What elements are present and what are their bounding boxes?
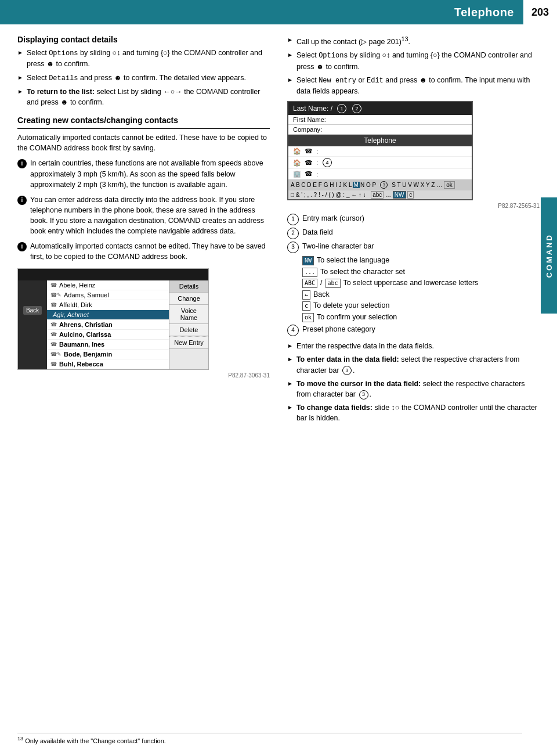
intro-para: Automatically imported contacts cannot b… <box>17 132 270 153</box>
bullet-arrow: ► <box>287 380 293 388</box>
bullet-item: ► Select Options by sliding ○↕ and turni… <box>17 48 270 70</box>
circle-2: 2 <box>352 104 361 113</box>
contact-icon: ☎✎ <box>50 351 62 357</box>
bullet-item: ► Call up the contact (▷ page 201)13. <box>287 35 540 47</box>
bullet-item: ► Select Options by sliding ○↕ and turni… <box>287 50 540 72</box>
abc-icon: ABC <box>302 279 317 288</box>
delete-option[interactable]: Delete <box>169 324 208 336</box>
char-bar-1: A B C D E F G H I J K L M N O P 3 S T U … <box>288 179 472 190</box>
dots-label: To select the character set <box>320 267 405 278</box>
contact-name: Baumann, Ines <box>59 341 104 348</box>
circle-4: 4 <box>323 158 332 167</box>
list-item[interactable]: ☎ Baumann, Ines <box>47 340 169 350</box>
c-icon: c <box>302 301 310 311</box>
legend-item-3: 3 Two-line character bar <box>287 242 540 253</box>
info-icon: i <box>17 242 27 251</box>
bullet-text-tochange: To change data fields: slide ↕○ the COMA… <box>296 402 540 423</box>
c-box: c <box>407 191 414 199</box>
back-label: Back <box>313 290 330 300</box>
bullet-item-toenter: ► To enter data in the data field: selec… <box>287 354 540 375</box>
char-letters3: S T U V W X Y Z … <box>392 182 442 188</box>
list-item[interactable]: ☎ Aulcino, Clarissa <box>47 330 169 340</box>
footnote-text: Only available with the "Change contact"… <box>25 737 166 744</box>
back-button[interactable]: Back <box>23 306 42 315</box>
sub-legend-c: c To delete your selection <box>302 301 540 311</box>
ref-circle-3b: 3 <box>359 390 368 399</box>
change-option[interactable]: Change <box>169 293 208 305</box>
bullet-text-enter: Enter the respective data in the data fi… <box>296 341 434 351</box>
bullet-item: ► To return to the list: select List by … <box>17 87 270 107</box>
contact-name: Aulcino, Clarissa <box>59 331 111 338</box>
legend-item-2: 2 Data field <box>287 228 540 239</box>
abc-label: To select uppercase and lowercase letter… <box>343 278 479 289</box>
list-item[interactable]: ☎✎ Adams, Samuel <box>47 290 169 300</box>
legend-num-3: 3 <box>287 242 299 253</box>
sub-legend: NW To select the language ... To select … <box>302 255 540 322</box>
contact-list: Back ☎ Abele, Heinz ☎✎ Adams, Samuel ☎ A… <box>17 268 209 370</box>
bullet-item-tomove: ► To move the cursor in the data field: … <box>287 379 540 399</box>
legend-text-3: Two-line character bar <box>302 242 374 252</box>
sub-legend-dots: ... To select the character set <box>302 267 540 278</box>
info-block2: i You can enter address data directly in… <box>17 195 270 237</box>
list-item[interactable]: ☎ Ahrens, Christian <box>47 320 169 330</box>
list-item-highlighted[interactable]: Agir, Achmet <box>47 310 169 320</box>
phone-row-2: 🏠 ☎ : 4 <box>288 157 472 169</box>
voice-name-option[interactable]: Voice Name <box>169 305 208 324</box>
bullet-arrow: ► <box>287 355 293 364</box>
contact-name: Affeldt, Dirk <box>59 301 92 308</box>
slash-label: / <box>320 278 322 289</box>
list-item[interactable]: ☎ Affeldt, Dirk <box>47 300 169 310</box>
contact-icon: ☎ <box>50 282 57 288</box>
legend-text-1: Entry mark (cursor) <box>302 214 364 224</box>
sub-legend-abc: ABC / abc To select uppercase and lowerc… <box>302 278 540 289</box>
bullet-arrow: ► <box>17 74 23 82</box>
page-number: 203 <box>523 0 557 24</box>
phone-row-1: 🏠 ☎ : <box>288 146 472 157</box>
bullet-item-enter: ► Enter the respective data in the data … <box>287 341 540 351</box>
header-title: Telephone <box>454 6 523 19</box>
contact-list-caption: P82.87-3063-31 <box>17 372 270 379</box>
circle-3-char: 3 <box>379 181 389 189</box>
phone-row-3: 🏢 ☎ : <box>288 169 472 179</box>
bullet-arrow: ► <box>287 76 293 85</box>
info-text: You can enter address data directly into… <box>30 195 270 237</box>
list-item[interactable]: ☎✎ Bode, Benjamin <box>47 350 169 359</box>
contact-name: Agir, Achmet <box>53 311 89 318</box>
section-divider <box>17 128 270 129</box>
section1-title: Displaying contact details <box>17 35 270 44</box>
bullet-arrow: ► <box>17 49 23 57</box>
abc-box: abc <box>371 191 384 199</box>
phone-icon-tel: ☎ <box>305 147 313 155</box>
phone-colon: : <box>316 148 318 155</box>
legend-num-4: 4 <box>287 325 299 336</box>
legend-num-2: 2 <box>287 228 299 239</box>
list-item[interactable]: ☎ Buhl, Rebecca <box>47 359 169 369</box>
bullet-text: Select Options by sliding ○↕ and turning… <box>296 50 540 72</box>
telephone-screen: Last Name: / 1 2 First Name: Company: Te… <box>287 101 473 200</box>
contact-right-panel: Details Change Voice Name Delete ·······… <box>169 280 208 369</box>
contact-list-header <box>18 269 208 280</box>
legend-num-1: 1 <box>287 214 299 225</box>
details-option[interactable]: Details <box>169 280 208 293</box>
info-text: In certain countries, these functions ar… <box>30 158 270 189</box>
bullet-text-toenter: To enter data in the data field: select … <box>296 354 540 375</box>
lastnamelabel: Last Name: / <box>293 105 332 113</box>
phone-icon-office: 🏢 <box>293 170 301 178</box>
contact-name: Abele, Heinz <box>59 282 95 289</box>
dots-icon: ... <box>302 268 317 277</box>
bullet-arrow: ► <box>287 36 293 45</box>
bullet-arrow: ► <box>287 404 293 412</box>
ellipsis-box: … <box>385 192 391 198</box>
c-label: To delete your selection <box>313 301 389 311</box>
contact-icon: ☎ <box>50 302 57 308</box>
legend-item-4: 4 Preset phone category <box>287 325 540 336</box>
bullet-text: Select Options by sliding ○↕ and turning… <box>27 48 270 70</box>
info-block1: i In certain countries, these functions … <box>17 158 270 189</box>
phone-icon-home2: 🏠 <box>293 159 301 167</box>
info-icon: i <box>17 196 27 205</box>
abc-lower-icon: abc <box>325 279 341 288</box>
list-item[interactable]: ☎ Abele, Heinz <box>47 280 169 290</box>
sub-legend-nw: NW To select the language <box>302 255 540 266</box>
new-entry-option[interactable]: New Entry <box>169 337 208 349</box>
ok-box: ok <box>444 181 455 189</box>
